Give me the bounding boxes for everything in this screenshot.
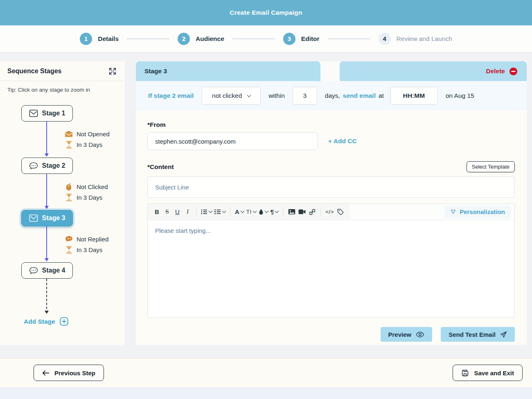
sidebar-header: Sequence Stages <box>0 61 125 81</box>
personalization-label: Personalization <box>460 208 505 215</box>
content-header: *Content Select Template <box>147 161 515 172</box>
envelope-closed-icon <box>65 131 73 138</box>
add-stage-button[interactable]: Add Stage <box>24 317 68 326</box>
insert-image-button[interactable] <box>286 207 297 217</box>
stage-tab-bar: Stage 3 Delete <box>136 61 527 81</box>
save-and-exit-button[interactable]: Save and Exit <box>453 365 523 381</box>
chat-bubble-icon <box>29 162 38 169</box>
paragraph-button[interactable]: ¶ <box>269 207 280 217</box>
sidebar-tip: Tip: Click on any stage to zoom in <box>0 81 125 93</box>
editor-toolbar: B S U I <box>148 204 514 220</box>
editor-placeholder: Please start typing... <box>155 227 211 234</box>
step-review-and-launch[interactable]: 4 Review and Launch <box>379 33 452 45</box>
underline-button[interactable]: U <box>172 207 183 217</box>
toolbar-right: Personalization <box>349 204 514 220</box>
condition-phrase: days, send email at <box>325 92 384 99</box>
step-audience[interactable]: 2 Audience <box>178 33 224 45</box>
stage-label: Stage 3 <box>42 214 65 222</box>
bullet-list-button[interactable] <box>200 207 213 217</box>
stage-3-node[interactable]: Stage 3 <box>21 210 73 226</box>
add-cc-link[interactable]: + Add CC <box>328 138 357 145</box>
from-input[interactable] <box>147 132 318 150</box>
delete-stage-button[interactable]: Delete <box>486 68 505 75</box>
annotation-text: In 3 Days <box>77 141 102 148</box>
preview-button[interactable]: Preview <box>381 327 433 342</box>
annotation-text: In 3 Days <box>77 246 102 253</box>
step-number: 1 <box>80 33 92 45</box>
stage-1-annotation: Not Opened In 3 Days <box>65 130 110 149</box>
preview-label: Preview <box>388 331 412 338</box>
annotation-condition: Not Clicked <box>65 183 108 191</box>
stage-2-node[interactable]: Stage 2 <box>21 158 73 174</box>
stage-flowchart: Stage 1 Not Opened In 3 Days <box>0 102 125 344</box>
left-arrow-icon <box>42 370 50 376</box>
stage-4-node[interactable]: Stage 4 <box>21 262 73 279</box>
font-button[interactable]: A <box>234 207 245 217</box>
condition-dropdown-value: not clicked <box>212 92 242 99</box>
chevron-down-icon <box>222 209 226 213</box>
text-color-button[interactable] <box>257 207 269 217</box>
subject-line-input[interactable] <box>147 176 515 198</box>
tag-button[interactable] <box>335 207 345 217</box>
stage-3-annotation: Not Replied In 3 Days <box>65 235 108 254</box>
bold-button[interactable]: B <box>152 207 162 217</box>
stage-condition-row: If stage 2 email not clicked within days… <box>136 81 527 110</box>
days-input[interactable] <box>293 87 317 105</box>
annotation-delay: In 3 Days <box>65 193 108 201</box>
insert-video-button[interactable] <box>297 207 307 217</box>
step-details[interactable]: 1 Details <box>80 33 119 45</box>
send-time-input[interactable] <box>390 87 437 105</box>
toolbar-separator <box>283 207 283 217</box>
rich-text-editor: B S U I <box>147 203 515 318</box>
condition-dropdown[interactable]: not clicked <box>202 87 261 105</box>
page-title: Create Email Campaign <box>230 9 302 16</box>
envelope-icon <box>29 110 38 117</box>
send-test-email-button[interactable]: Send Test Email <box>441 327 515 342</box>
expand-icon[interactable] <box>108 67 117 75</box>
stage-label: Stage 2 <box>42 162 65 169</box>
chevron-down-icon <box>275 209 279 213</box>
strikethrough-button[interactable]: S <box>162 207 172 217</box>
step-number: 4 <box>379 33 391 45</box>
insert-link-button[interactable] <box>307 207 317 217</box>
italic-button[interactable]: I <box>183 207 193 217</box>
save-and-exit-label: Save and Exit <box>474 370 514 376</box>
chevron-down-icon <box>247 93 251 97</box>
toolbar-format-groups: B S U I <box>148 204 349 220</box>
stage-header-right: Delete <box>340 61 527 81</box>
annotation-delay: In 3 Days <box>65 246 108 254</box>
text-size-button[interactable]: TI <box>245 207 257 217</box>
step-editor[interactable]: 3 Editor <box>283 33 320 45</box>
pilcrow-label: ¶ <box>271 208 274 215</box>
editor-body[interactable]: Please start typing... <box>148 220 514 318</box>
chevron-down-icon <box>264 209 268 213</box>
flow-arrow-dashed <box>46 279 47 313</box>
step-label: Review and Launch <box>397 35 452 43</box>
tab-notch <box>320 61 340 81</box>
stepper: 1 Details 2 Audience 3 Editor 4 Review a… <box>0 25 532 52</box>
step-label: Audience <box>196 35 224 43</box>
text-size-label: TI <box>246 209 252 215</box>
step-label: Details <box>98 35 119 43</box>
sidebar-title: Sequence Stages <box>7 68 62 75</box>
flow-arrow <box>46 174 47 208</box>
code-view-button[interactable]: </> <box>324 207 335 217</box>
annotation-condition: Not Opened <box>65 130 110 138</box>
stage-3-tab[interactable]: Stage 3 <box>136 61 320 81</box>
numbered-list-button[interactable] <box>213 207 227 217</box>
stage-editor-panel: Stage 3 Delete If stage 2 email not clic… <box>136 61 527 345</box>
personalization-button[interactable]: Personalization <box>444 205 511 218</box>
minus-circle-icon[interactable] <box>509 67 518 76</box>
flow-arrow <box>46 122 47 156</box>
hourglass-icon <box>65 194 73 201</box>
select-template-button[interactable]: Select Template <box>467 161 515 172</box>
chevron-down-icon <box>252 209 257 213</box>
content-label: *Content <box>147 163 174 171</box>
at-label: at <box>379 92 384 99</box>
annotation-text: Not Clicked <box>77 183 108 190</box>
stage-label: Stage 1 <box>42 110 65 117</box>
stage-label: Stage 4 <box>42 267 65 274</box>
previous-step-button[interactable]: Previous Step <box>34 365 104 381</box>
stage-1-node[interactable]: Stage 1 <box>21 105 73 122</box>
annotation-text: Not Opened <box>77 131 110 138</box>
